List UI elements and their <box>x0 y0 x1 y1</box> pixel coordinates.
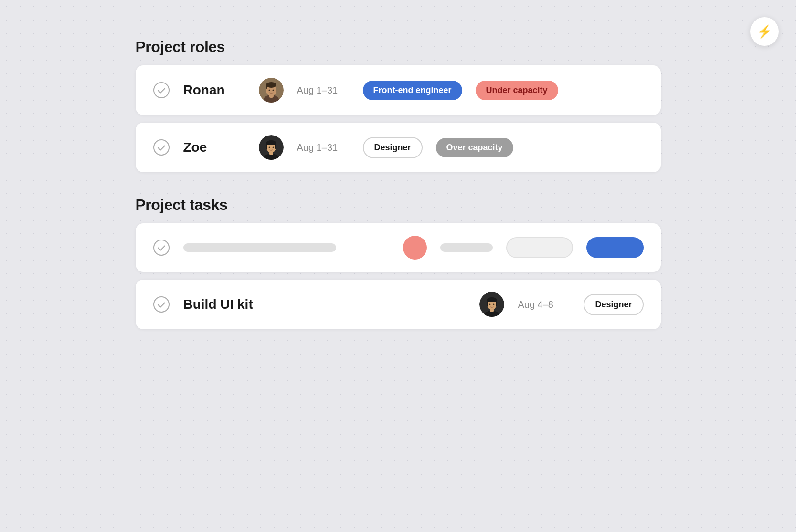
zoe-capacity-badge: Over capacity <box>436 138 513 157</box>
svg-point-21 <box>154 297 169 312</box>
task-row-blurred <box>136 223 661 272</box>
svg-point-5 <box>266 82 276 88</box>
build-ui-kit-avatar <box>479 292 504 317</box>
build-ui-kit-name: Build UI kit <box>183 297 253 312</box>
svg-point-31 <box>493 304 495 305</box>
ronan-date: Aug 1–31 <box>297 85 350 96</box>
svg-point-30 <box>489 304 491 305</box>
build-ui-kit-date: Aug 4–8 <box>518 299 570 310</box>
svg-point-20 <box>154 240 169 255</box>
svg-point-19 <box>272 147 274 148</box>
svg-rect-29 <box>496 301 497 306</box>
project-roles-section: Project roles Ronan <box>136 38 661 172</box>
svg-rect-28 <box>487 301 488 306</box>
svg-rect-17 <box>275 144 276 149</box>
zoe-avatar <box>259 135 284 160</box>
svg-rect-6 <box>266 84 267 89</box>
project-tasks-title: Project tasks <box>136 196 661 214</box>
svg-rect-16 <box>266 144 267 149</box>
task-avatar-placeholder <box>403 236 427 260</box>
task-date-placeholder <box>440 243 493 252</box>
zoe-date: Aug 1–31 <box>297 142 350 153</box>
build-ui-kit-role-badge: Designer <box>584 294 643 315</box>
person-row-ronan: Ronan <box>136 65 661 115</box>
lightning-button[interactable]: ⚡ <box>750 17 779 46</box>
zoe-name: Zoe <box>183 140 245 155</box>
check-icon-task2 <box>153 296 170 313</box>
svg-point-18 <box>268 147 270 148</box>
ronan-role-badge: Front-end engineer <box>363 81 462 100</box>
project-roles-title: Project roles <box>136 38 661 56</box>
check-icon-task1 <box>153 239 170 256</box>
ronan-capacity-badge: Under capacity <box>476 81 558 100</box>
ronan-name: Ronan <box>183 83 245 98</box>
person-row-zoe: Zoe <box>136 123 661 172</box>
svg-rect-15 <box>266 142 276 145</box>
lightning-icon: ⚡ <box>757 24 772 39</box>
ronan-avatar <box>259 78 284 103</box>
check-icon-zoe <box>153 139 170 156</box>
main-content: Project roles Ronan <box>136 38 661 353</box>
svg-point-9 <box>154 140 169 155</box>
check-icon-ronan <box>153 82 170 99</box>
svg-point-0 <box>154 83 169 98</box>
task-action-placeholder <box>586 237 644 258</box>
task-row-build-ui-kit: Build UI kit Aug 4–8 <box>136 280 661 329</box>
svg-point-7 <box>268 90 270 91</box>
svg-point-8 <box>272 90 274 91</box>
zoe-role-badge: Designer <box>363 137 423 158</box>
svg-rect-27 <box>487 299 497 302</box>
project-tasks-section: Project tasks Bui <box>136 196 661 329</box>
task-role-placeholder <box>506 237 573 258</box>
task-name-placeholder <box>183 243 336 252</box>
